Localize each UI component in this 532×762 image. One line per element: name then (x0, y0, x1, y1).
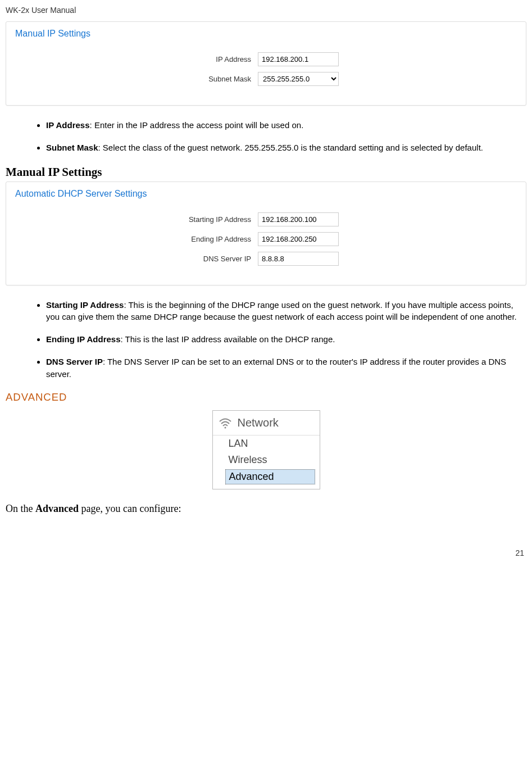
ending-ip-input[interactable] (258, 232, 339, 246)
menu-item-lan[interactable]: LAN (213, 436, 320, 452)
bullet-term: Ending IP Address (46, 334, 121, 344)
ending-ip-label: Ending IP Address (15, 235, 258, 243)
dns-ip-row: DNS Server IP (15, 252, 517, 266)
dhcp-panel: Automatic DHCP Server Settings Starting … (6, 182, 526, 285)
ip-address-label: IP Address (15, 55, 258, 64)
subnet-mask-row: Subnet Mask 255.255.255.0 (15, 72, 517, 86)
document-header: WK-2x User Manual (6, 6, 526, 15)
starting-ip-row: Starting IP Address (15, 212, 517, 226)
list-item: IP Address: Enter in the IP address the … (46, 119, 526, 131)
page-number: 21 (6, 548, 526, 557)
bullet-term: Starting IP Address (46, 300, 124, 310)
bullet-list-2: Starting IP Address: This is the beginni… (6, 299, 526, 380)
panel-title: Manual IP Settings (15, 29, 517, 39)
subnet-mask-label: Subnet Mask (15, 75, 258, 83)
list-item: Subnet Mask: Select the class of the gue… (46, 142, 526, 154)
body-paragraph: On the Advanced page, you can configure: (6, 503, 526, 515)
manual-ip-panel: Manual IP Settings IP Address Subnet Mas… (6, 21, 526, 106)
dns-ip-input[interactable] (258, 252, 339, 266)
ip-address-row: IP Address (15, 52, 517, 66)
bullet-term: IP Address (46, 120, 90, 130)
list-item: Ending IP Address: This is the last IP a… (46, 333, 526, 346)
bullet-term: DNS Server IP (46, 357, 103, 366)
network-menu-wrap: Network LAN Wireless Advanced (6, 410, 526, 489)
bullet-text: : The DNS Server IP can be set to an ext… (46, 357, 506, 379)
starting-ip-input[interactable] (258, 212, 339, 226)
ip-address-input[interactable] (258, 52, 339, 66)
wifi-icon (219, 418, 232, 429)
svg-point-0 (224, 427, 226, 428)
bullet-text: : This is the last IP address available … (121, 334, 335, 344)
bullet-list-1: IP Address: Enter in the IP address the … (6, 119, 526, 154)
bullet-text: : Enter in the IP address the access poi… (90, 120, 304, 130)
body-text-bold: Advanced (35, 503, 79, 514)
section-heading: Manual IP Settings (6, 165, 526, 179)
dns-ip-label: DNS Server IP (15, 255, 258, 263)
body-text-part: page, you can configure: (79, 503, 181, 514)
ending-ip-row: Ending IP Address (15, 232, 517, 246)
panel-title: Automatic DHCP Server Settings (15, 189, 517, 199)
menu-item-advanced[interactable]: Advanced (225, 469, 315, 484)
bullet-text: : Select the class of the guest network.… (98, 143, 483, 152)
advanced-heading: ADVANCED (6, 391, 526, 403)
list-item: Starting IP Address: This is the beginni… (46, 299, 526, 324)
bullet-term: Subnet Mask (46, 143, 98, 152)
starting-ip-label: Starting IP Address (15, 215, 258, 224)
subnet-mask-select[interactable]: 255.255.255.0 (258, 72, 339, 86)
menu-header-label: Network (238, 416, 279, 429)
body-text-part: On the (6, 503, 35, 514)
list-item: DNS Server IP: The DNS Server IP can be … (46, 356, 526, 380)
menu-item-wireless[interactable]: Wireless (213, 452, 320, 468)
network-menu: Network LAN Wireless Advanced (212, 410, 320, 489)
menu-header[interactable]: Network (213, 411, 320, 436)
